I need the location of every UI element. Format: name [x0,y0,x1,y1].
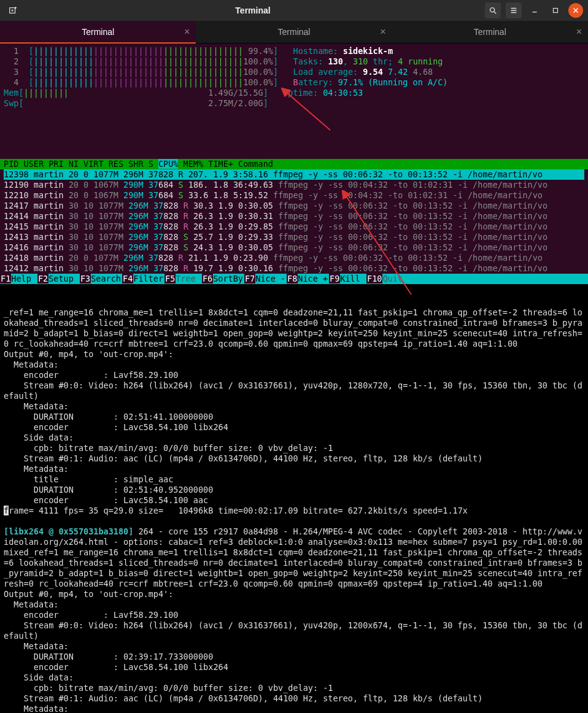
fkey-F3[interactable]: F3 [80,274,91,283]
menu-icon[interactable] [506,2,522,18]
minimize-icon[interactable] [527,2,543,18]
process-row[interactable]: 12210 martin 20 0 1067M 290M 37684 S 33.… [4,190,584,201]
fkey-label: SortBy [213,274,244,283]
fkey-F4[interactable]: F4 [122,274,133,283]
tab-row: Terminal× Terminal× Terminal× [0,21,588,44]
tab-close-icon[interactable]: × [184,26,190,37]
tab-close-icon[interactable]: × [576,26,582,37]
process-row[interactable]: 12412 martin 30 10 1077M 296M 37828 R 19… [4,263,584,274]
fkey-F9[interactable]: F9 [329,274,340,283]
htop-meters: 1 [|||||||||||||||||||||||||||||||||||||… [0,44,588,159]
tab-terminal-3[interactable]: Terminal× [392,21,588,43]
tab-label: Terminal [278,27,311,37]
fkey-label: Help [11,274,37,283]
titlebar: Terminal [0,0,588,21]
htop-fkeys[interactable]: F1Help F2Setup F3SearchF4FilterF5Tree F6… [0,274,588,284]
fkey-F7[interactable]: F7 [244,274,255,283]
process-row[interactable]: 12415 martin 30 10 1077M 296M 37828 R 26… [4,222,584,232]
process-row[interactable]: 12416 martin 30 10 1077M 296M 37828 S 24… [4,242,584,253]
fkey-label: Setup [48,274,80,283]
process-row-selected[interactable]: 12398 martin 20 0 1077M 296M 37828 R 207… [4,169,584,180]
svg-rect-2 [554,9,558,13]
tab-label: Terminal [474,27,506,37]
process-row[interactable]: 12190 martin 20 0 1067M 290M 37684 S 186… [4,180,584,190]
frame-line-1: rame= 4111 fps= 35 q=29.0 size= 10496kB … [9,506,468,515]
fkey-label: Kill [340,274,366,283]
tab-terminal-1[interactable]: Terminal× [0,21,196,43]
cursor: f [4,506,9,515]
ffmpeg-output: _ref=1 me_range=16 chroma_me=1 trellis=1… [0,284,588,713]
output-block-1: _ref=1 me_range=16 chroma_me=1 trellis=1… [4,307,582,505]
process-row[interactable]: 12417 martin 30 10 1077M 296M 37828 R 30… [4,201,584,211]
tab-terminal-2[interactable]: Terminal× [196,21,392,43]
maximize-icon[interactable] [547,2,563,18]
window-title: Terminal [235,6,270,15]
close-icon[interactable] [568,3,583,18]
fkey-label: Tree [176,274,202,283]
search-icon[interactable] [485,2,501,18]
new-tab-icon[interactable] [5,2,21,18]
htop-columns[interactable]: PID USER PRI NI VIRT RES SHR S CPU% MEM%… [0,159,588,169]
process-row[interactable]: 12414 martin 30 10 1077M 296M 37828 R 26… [4,211,584,222]
fkey-label: Quit [382,274,404,283]
svg-point-1 [490,8,495,12]
fkey-label: Filter [133,274,164,283]
tab-label: Terminal [82,27,114,37]
fkey-F10[interactable]: F10 [366,274,382,283]
process-row[interactable]: 12413 martin 30 10 1077M 296M 37828 S 25… [4,232,584,242]
output-block-2: 264 - core 155 r2917 0a84d98 - H.264/MPE… [4,526,587,713]
fkey-label: Nice + [298,274,329,283]
fkey-F1[interactable]: F1 [0,274,11,283]
fkey-label: Search [91,274,122,283]
tab-close-icon[interactable]: × [380,26,385,37]
fkey-F6[interactable]: F6 [202,274,213,283]
process-row[interactable]: 12418 martin 20 0 1077M 296M 37828 R 21.… [4,253,584,263]
fkey-F5[interactable]: F5 [164,274,176,283]
fkey-F8[interactable]: F8 [287,274,298,283]
fkey-F2[interactable]: F2 [37,274,48,283]
fkey-label: Nice - [255,274,287,283]
libx264-tag: [libx264 @ 0x557031ba3180] [4,526,133,536]
htop-process-list[interactable]: 12398 martin 20 0 1077M 296M 37828 R 207… [0,169,588,274]
